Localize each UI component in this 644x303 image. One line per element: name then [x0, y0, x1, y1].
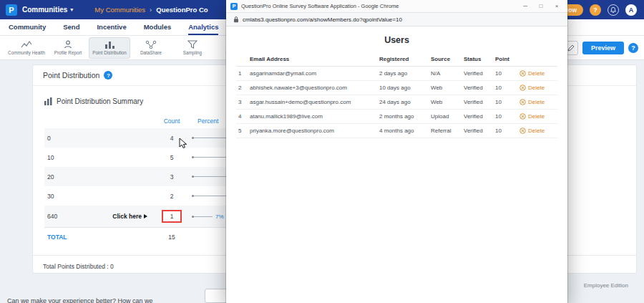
- delete-circle-x-icon: [519, 113, 526, 120]
- edition-label: Employee Edition: [584, 282, 628, 289]
- breadcrumb-current: QuestionPro Co: [156, 6, 208, 14]
- user-row: 3 asgar.hussain+demo@questionpro.com 24 …: [236, 95, 557, 110]
- popup-title-bar[interactable]: P QuestionPro Online Survey Software App…: [226, 0, 567, 13]
- popup-content: Users Email Address Registered Source St…: [226, 27, 567, 303]
- users-table-header: Email Address Registered Source Status P…: [236, 52, 557, 67]
- lock-icon: [233, 16, 239, 23]
- delete-circle-x-icon: [519, 70, 526, 77]
- percent-header: Percent: [197, 117, 218, 125]
- product-switcher[interactable]: Communities: [22, 6, 67, 14]
- chrome-popup-window: P QuestionPro Online Survey Software App…: [226, 0, 567, 303]
- annotation-arrow-icon: [144, 214, 147, 218]
- user-email-link[interactable]: abhishek.nawale+3@questionpro.com: [248, 81, 377, 95]
- col-registered: Registered: [377, 52, 429, 67]
- nav-item-community[interactable]: Community: [9, 19, 46, 35]
- close-icon[interactable]: ×: [549, 3, 565, 9]
- delete-circle-x-icon: [519, 99, 526, 105]
- nav-item-modules[interactable]: Modules: [144, 19, 172, 35]
- user-row: 2 abhishek.nawale+3@questionpro.com 10 d…: [236, 81, 557, 95]
- click-here-annotation: Click here: [112, 213, 142, 220]
- users-heading: Users: [226, 35, 567, 45]
- toolbar-item-datashare[interactable]: DataShare: [130, 37, 172, 59]
- user-email-link[interactable]: asgarinamdar@ymail.com: [248, 67, 377, 81]
- title-help-icon[interactable]: ?: [104, 71, 112, 80]
- funnel-icon: [187, 40, 198, 49]
- delete-link[interactable]: Delete: [519, 85, 555, 91]
- summary-chart-icon: [44, 97, 52, 105]
- count-link[interactable]: 3: [152, 173, 192, 181]
- user-row: 1 asgarinamdar@ymail.com 2 days ago N/A …: [236, 67, 557, 81]
- popup-url-text: cmlabs3.questionpro.com/a/showMembers.do…: [243, 16, 402, 23]
- percent-value: 7%: [215, 213, 224, 220]
- page-title: Point Distribution: [43, 71, 99, 80]
- person-icon: [62, 40, 74, 49]
- toolbar-item-point-distribution[interactable]: Point Distribution: [89, 37, 130, 59]
- users-table: Email Address Registered Source Status P…: [236, 52, 557, 138]
- questionpro-logo[interactable]: P: [6, 4, 17, 16]
- user-email-link[interactable]: priyanka.more@questionpro.com: [248, 124, 377, 138]
- toolbar-item-community-health[interactable]: Community Health: [6, 37, 47, 59]
- help-icon[interactable]: ?: [590, 4, 601, 16]
- notifications-bell-icon[interactable]: [608, 4, 619, 16]
- popup-window-title: QuestionPro Online Survey Software Appli…: [241, 3, 517, 9]
- toolbar-item-profile-report[interactable]: Profile Report: [47, 37, 89, 59]
- user-row: 4 atanu.mallick1989@live.com 2 months ag…: [236, 110, 557, 124]
- delete-circle-x-icon: [519, 128, 526, 134]
- chevron-down-icon: ▾: [70, 6, 73, 13]
- share-nodes-icon: [145, 40, 157, 49]
- col-point: Point: [493, 52, 517, 67]
- col-status: Status: [462, 52, 493, 67]
- popup-url-bar[interactable]: cmlabs3.questionpro.com/a/showMembers.do…: [226, 13, 567, 27]
- col-email: Email Address: [248, 52, 377, 67]
- toolbar-actions: Preview ?: [564, 41, 638, 55]
- user-email-link[interactable]: asgar.hussain+demo@questionpro.com: [248, 95, 377, 110]
- pencil-icon: [567, 44, 575, 52]
- user-email-link[interactable]: atanu.mallick1989@live.com: [248, 110, 377, 124]
- minimize-icon[interactable]: ─: [517, 3, 533, 9]
- popup-favicon: P: [230, 3, 238, 10]
- user-row: 5 priyanka.more@questionpro.com 4 months…: [236, 124, 557, 138]
- breadcrumb-my-communities[interactable]: My Communities: [94, 6, 145, 14]
- toolbar-item-sampling[interactable]: Sampling: [172, 37, 213, 59]
- nav-item-analytics[interactable]: Analytics: [188, 19, 218, 35]
- count-link[interactable]: 2: [152, 193, 192, 200]
- nav-item-send[interactable]: Send: [63, 19, 79, 35]
- maximize-icon[interactable]: □: [533, 3, 549, 9]
- breadcrumb-separator: ›: [150, 6, 152, 14]
- preview-button[interactable]: Preview: [582, 42, 624, 54]
- mouse-cursor-icon: [179, 138, 187, 148]
- line-chart-icon: [21, 40, 32, 49]
- highlighted-count-link[interactable]: 1: [162, 210, 182, 223]
- feedback-prompt: Can we make your experience better? How …: [7, 297, 153, 303]
- count-link[interactable]: 5: [152, 154, 192, 161]
- delete-link[interactable]: Delete: [519, 113, 555, 120]
- nav-item-incentive[interactable]: Incentive: [97, 19, 126, 35]
- bar-chart-icon: [104, 40, 115, 49]
- user-avatar[interactable]: A: [625, 4, 637, 16]
- delete-link[interactable]: Delete: [519, 128, 555, 134]
- help-badge-icon[interactable]: ?: [628, 43, 638, 53]
- delete-link[interactable]: Delete: [519, 99, 555, 105]
- col-source: Source: [429, 52, 462, 67]
- delete-link[interactable]: Delete: [519, 70, 555, 77]
- delete-circle-x-icon: [519, 85, 526, 91]
- count-header: Count: [152, 117, 192, 125]
